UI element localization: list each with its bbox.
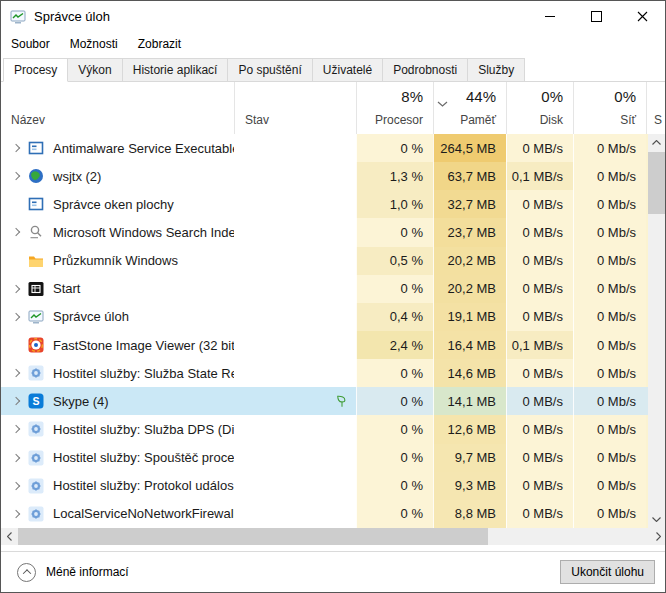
process-name: LocalServiceNoNetworkFirewall ... — [53, 506, 234, 521]
scroll-right-arrow-icon[interactable] — [650, 528, 666, 545]
expander-icon[interactable] — [8, 455, 24, 461]
process-name: Správce úloh — [53, 309, 129, 324]
app-window-icon — [28, 140, 44, 156]
tab-uzivatele[interactable]: Uživatelé — [312, 58, 383, 82]
process-name-cell: Antimalware Service Executable — [1, 134, 234, 162]
process-name-cell: Správce oken plochy — [1, 190, 234, 218]
process-name: Hostitel služby: Služba DPS (Dia... — [53, 422, 234, 437]
taskmgr-icon — [28, 309, 44, 325]
cpu-cell: 0,4 % — [356, 303, 433, 331]
memory-cell: 63,7 MB — [433, 162, 506, 190]
status-cell — [234, 218, 356, 246]
process-name-cell: LocalServiceNoNetworkFirewall ... — [1, 500, 234, 528]
scroll-left-arrow-icon[interactable] — [1, 528, 18, 545]
column-header-sit[interactable]: 0% Síť — [573, 82, 646, 134]
scroll-up-arrow-icon[interactable] — [648, 134, 665, 151]
process-row[interactable]: wsjtx (2) 1,3 % 63,7 MB 0,1 MB/s 0 Mb/s — [1, 162, 666, 190]
process-table-body: Antimalware Service Executable 0 % 264,5… — [1, 134, 666, 528]
start-icon — [28, 281, 44, 297]
minimize-button[interactable] — [527, 1, 573, 32]
tab-vykon[interactable]: Výkon — [67, 58, 122, 82]
process-row[interactable]: Správce úloh 0,4 % 19,1 MB 0 MB/s 0 Mb/s — [1, 303, 666, 331]
expander-icon[interactable] — [8, 370, 24, 376]
network-cell: 0 Mb/s — [573, 472, 646, 500]
disk-cell: 0 MB/s — [506, 359, 573, 387]
expander-icon[interactable] — [8, 173, 24, 179]
process-row[interactable]: Hostitel služby: Služba State Rep... 0 %… — [1, 359, 666, 387]
column-header-procesor[interactable]: 8% Procesor — [356, 82, 433, 134]
network-cell: 0 Mb/s — [573, 134, 646, 162]
tab-po-spusteni[interactable]: Po spuštění — [227, 58, 312, 82]
vertical-scrollbar-thumb[interactable] — [648, 152, 665, 214]
less-details-label[interactable]: Méně informací — [46, 565, 129, 579]
memory-cell: 20,2 MB — [433, 275, 506, 303]
expander-icon[interactable] — [8, 483, 24, 489]
disk-cell: 0 MB/s — [506, 218, 573, 246]
process-row[interactable]: Hostitel služby: Protokol událos... 0 % … — [1, 472, 666, 500]
menu-item-soubor[interactable]: Soubor — [1, 34, 60, 54]
cpu-cell: 1,0 % — [356, 190, 433, 218]
column-header-stav[interactable]: Stav — [234, 82, 356, 134]
footer-bar: Méně informací Ukončit úlohu — [1, 552, 665, 592]
cpu-cell: 2,4 % — [356, 331, 433, 359]
disk-cell: 0 MB/s — [506, 303, 573, 331]
network-total-value: 0% — [614, 88, 636, 105]
process-row[interactable]: S Skype (4) 0 % 14,1 MB 0 MB/s 0 Mb/s — [1, 387, 666, 415]
process-name-cell: Správce úloh — [1, 303, 234, 331]
column-header-disk[interactable]: 0% Disk — [506, 82, 573, 134]
process-row[interactable]: Hostitel služby: Služba DPS (Dia... 0 % … — [1, 415, 666, 443]
process-name-cell: Hostitel služby: Služba DPS (Dia... — [1, 415, 234, 443]
status-cell — [234, 190, 356, 218]
memory-cell: 9,3 MB — [433, 472, 506, 500]
expander-icon[interactable] — [8, 314, 24, 320]
expander-icon[interactable] — [8, 145, 24, 151]
process-row[interactable]: Antimalware Service Executable 0 % 264,5… — [1, 134, 666, 162]
tab-sluzby[interactable]: Služby — [467, 58, 525, 82]
expander-icon[interactable] — [8, 426, 24, 432]
status-cell — [234, 359, 356, 387]
process-row[interactable]: Hostitel služby: Spouštěč proces... 0 % … — [1, 444, 666, 472]
column-header-pamet[interactable]: 44% Paměť — [433, 82, 506, 134]
expander-icon[interactable] — [8, 286, 24, 292]
network-cell: 0 Mb/s — [573, 162, 646, 190]
tab-historie-aplikaci[interactable]: Historie aplikací — [122, 58, 229, 82]
scroll-down-arrow-icon[interactable] — [648, 511, 665, 528]
end-task-button[interactable]: Ukončit úlohu — [560, 560, 655, 584]
skype-icon: S — [28, 393, 44, 409]
expander-icon[interactable] — [8, 511, 24, 517]
app-window-icon — [28, 196, 44, 212]
process-name-cell: Microsoft Windows Search Inde... — [1, 218, 234, 246]
tab-procesy[interactable]: Procesy — [3, 58, 68, 82]
cpu-cell: 0,5 % — [356, 247, 433, 275]
disk-cell: 0 MB/s — [506, 415, 573, 443]
horizontal-scrollbar[interactable] — [1, 528, 666, 545]
close-button[interactable] — [619, 1, 665, 32]
memory-cell: 16,4 MB — [433, 331, 506, 359]
network-cell: 0 Mb/s — [573, 387, 646, 415]
process-row[interactable]: Microsoft Windows Search Inde... 0 % 23,… — [1, 218, 666, 246]
cpu-cell: 0 % — [356, 387, 433, 415]
process-row[interactable]: Průzkumník Windows 0,5 % 20,2 MB 0 MB/s … — [1, 247, 666, 275]
process-row[interactable]: Start 0 % 20,2 MB 0 MB/s 0 Mb/s — [1, 275, 666, 303]
disk-cell: 0 MB/s — [506, 444, 573, 472]
tab-podrobnosti[interactable]: Podrobnosti — [382, 58, 468, 82]
disk-cell: 0 MB/s — [506, 500, 573, 528]
process-name: Správce oken plochy — [53, 197, 174, 212]
vertical-scrollbar[interactable] — [648, 134, 665, 528]
process-row[interactable]: FastStone Image Viewer (32 bitů) 2,4 % 1… — [1, 331, 666, 359]
expander-icon[interactable] — [8, 398, 24, 404]
expander-icon[interactable] — [8, 229, 24, 235]
gear-icon — [28, 478, 44, 494]
horizontal-scrollbar-thumb[interactable] — [18, 528, 488, 545]
process-row[interactable]: LocalServiceNoNetworkFirewall ... 0 % 8,… — [1, 500, 666, 528]
maximize-icon — [591, 11, 602, 22]
menu-item-moznosti[interactable]: Možnosti — [60, 34, 128, 54]
status-cell — [234, 387, 356, 415]
process-row[interactable]: Správce oken plochy 1,0 % 32,7 MB 0 MB/s… — [1, 190, 666, 218]
cpu-cell: 0 % — [356, 415, 433, 443]
less-details-toggle[interactable] — [17, 563, 36, 582]
column-header-partial[interactable]: S — [646, 82, 665, 134]
maximize-button[interactable] — [573, 1, 619, 32]
column-header-nazev[interactable]: Název — [1, 82, 234, 134]
menu-item-zobrazit[interactable]: Zobrazit — [128, 34, 191, 54]
